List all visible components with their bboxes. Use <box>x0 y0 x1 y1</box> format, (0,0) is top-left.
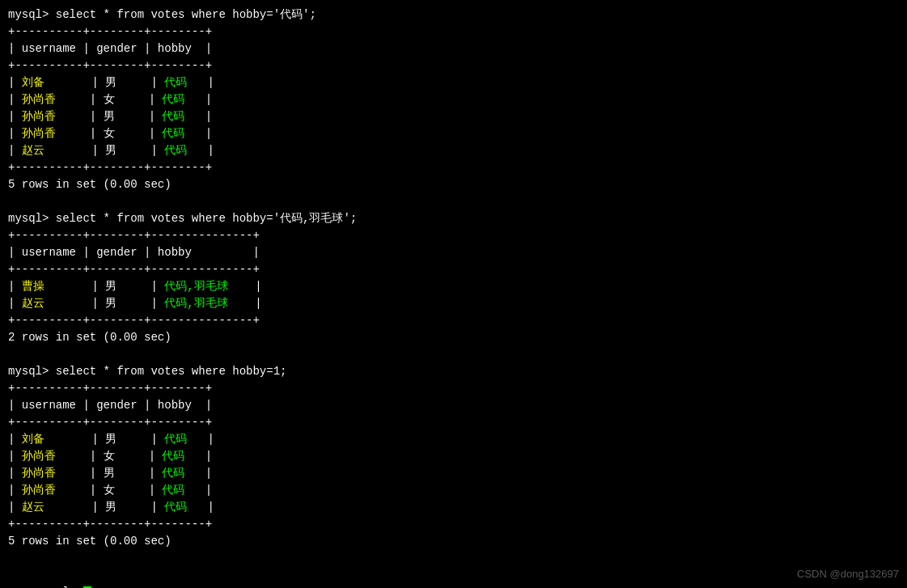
query3-border-bot: +----------+--------+--------+ <box>8 516 899 533</box>
query3-header: | username | gender | hobby | <box>8 397 899 414</box>
query2-result: 2 rows in set (0.00 sec) <box>8 329 899 346</box>
query2-header: | username | gender | hobby | <box>8 244 899 261</box>
table-row: | 孙尚香 | 女 | 代码 | <box>8 125 899 142</box>
terminal: mysql> select * from votes where hobby='… <box>0 0 907 588</box>
query2-border-mid: +----------+--------+---------------+ <box>8 261 899 278</box>
query2-border-top: +----------+--------+---------------+ <box>8 227 899 244</box>
query3-border-top: +----------+--------+--------+ <box>8 380 899 397</box>
spacer3 <box>8 550 899 567</box>
spacer1 <box>8 193 899 210</box>
final-prompt-line: mysql> <box>8 567 899 588</box>
query2-border-bot: +----------+--------+---------------+ <box>8 312 899 329</box>
query3-result: 5 rows in set (0.00 sec) <box>8 533 899 550</box>
query1-border-mid: +----------+--------+--------+ <box>8 57 899 74</box>
spacer2 <box>8 346 899 363</box>
query1-result: 5 rows in set (0.00 sec) <box>8 176 899 193</box>
table-row: | 孙尚香 | 女 | 代码 | <box>8 482 899 499</box>
query3-command: mysql> select * from votes where hobby=1… <box>8 363 899 380</box>
query3-border-mid: +----------+--------+--------+ <box>8 414 899 431</box>
table-row: | 赵云 | 男 | 代码 | <box>8 499 899 516</box>
query1-command: mysql> select * from votes where hobby='… <box>8 6 899 23</box>
table-row: | 赵云 | 男 | 代码 | <box>8 142 899 159</box>
table-row: | 孙尚香 | 男 | 代码 | <box>8 108 899 125</box>
table-row: | 刘备 | 男 | 代码 | <box>8 74 899 91</box>
table-row: | 刘备 | 男 | 代码 | <box>8 431 899 448</box>
query2-command: mysql> select * from votes where hobby='… <box>8 210 899 227</box>
table-row: | 孙尚香 | 女 | 代码 | <box>8 91 899 108</box>
table-row: | 赵云 | 男 | 代码,羽毛球 | <box>8 295 899 312</box>
table-row: | 孙尚香 | 女 | 代码 | <box>8 448 899 465</box>
table-row: | 孙尚香 | 男 | 代码 | <box>8 465 899 482</box>
watermark: CSDN @dong132697 <box>797 568 899 580</box>
query1-border-top: +----------+--------+--------+ <box>8 23 899 40</box>
query1-header: | username | gender | hobby | <box>8 40 899 57</box>
table-row: | 曹操 | 男 | 代码,羽毛球 | <box>8 278 899 295</box>
query1-border-bot: +----------+--------+--------+ <box>8 159 899 176</box>
